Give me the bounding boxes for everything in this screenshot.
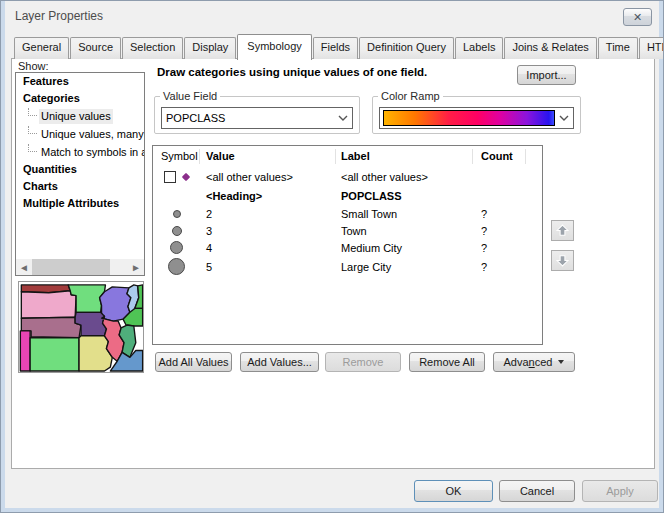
tree-item-match-to-symbols[interactable]: Match to symbols in a <box>16 143 144 161</box>
tree-item-multiple-attributes[interactable]: Multiple Attributes <box>16 195 144 212</box>
layer-properties-dialog: Layer Properties ✕ General Source Select… <box>0 0 664 513</box>
all-other-values-checkbox[interactable] <box>164 171 176 183</box>
point-symbol-icon[interactable] <box>170 241 183 254</box>
arrow-down-icon <box>555 253 570 268</box>
tab-definition-query[interactable]: Definition Query <box>359 37 454 59</box>
tab-selection[interactable]: Selection <box>122 37 183 59</box>
table-row[interactable]: 4 Medium City ? <box>153 239 542 256</box>
diamond-symbol-icon[interactable] <box>182 173 190 181</box>
table-row[interactable]: 3 Town ? <box>153 222 542 239</box>
tab-fields[interactable]: Fields <box>313 37 358 59</box>
tree-branch-icon <box>28 144 37 152</box>
advanced-button[interactable]: Advanced <box>493 352 575 372</box>
tab-general[interactable]: General <box>14 37 69 59</box>
tab-display[interactable]: Display <box>184 37 236 59</box>
move-up-button[interactable] <box>551 220 574 241</box>
color-ramp-preview <box>383 110 555 126</box>
import-button[interactable]: Import... <box>517 65 576 85</box>
point-symbol-icon[interactable] <box>168 258 185 275</box>
tree-branch-icon <box>28 126 37 134</box>
tab-source[interactable]: Source <box>70 37 121 59</box>
add-values-button[interactable]: Add Values... <box>240 352 319 372</box>
close-button[interactable]: ✕ <box>623 8 652 26</box>
advanced-label: Advanced <box>504 356 553 368</box>
arrow-up-icon <box>555 223 570 238</box>
tree-horizontal-scrollbar[interactable]: ◄ ► <box>16 259 144 275</box>
chevron-down-icon[interactable] <box>555 115 573 121</box>
color-ramp-legend: Color Ramp <box>378 90 443 102</box>
add-all-values-button[interactable]: Add All Values <box>155 352 232 372</box>
tree-item-categories[interactable]: Categories <box>16 90 144 107</box>
apply-button[interactable]: Apply <box>582 480 658 502</box>
color-ramp-dropdown[interactable] <box>379 107 574 129</box>
window-title: Layer Properties <box>15 9 103 23</box>
tree-item-unique-values[interactable]: Unique values <box>16 107 144 125</box>
tab-symbology[interactable]: Symbology <box>237 34 311 60</box>
map-thumbnail <box>19 282 143 372</box>
move-down-button[interactable] <box>551 250 574 271</box>
column-header-value[interactable]: Value <box>200 149 336 164</box>
value-field-selected: POPCLASS <box>162 112 334 124</box>
show-label: Show: <box>18 60 49 72</box>
ok-button[interactable]: OK <box>414 480 493 502</box>
tab-labels[interactable]: Labels <box>455 37 503 59</box>
tree-item-quantities[interactable]: Quantities <box>16 161 144 178</box>
value-field-legend: Value Field <box>160 90 220 102</box>
tab-time[interactable]: Time <box>598 37 638 59</box>
values-table: Symbol Value Label Count <all other valu… <box>152 145 543 345</box>
tree-item-features[interactable]: Features <box>16 73 144 90</box>
symbology-preview-map <box>18 281 144 373</box>
value-field-dropdown[interactable]: POPCLASS <box>161 107 353 129</box>
value-field-group: Value Field POPCLASS <box>154 90 360 134</box>
scrollbar-thumb[interactable] <box>32 259 110 275</box>
table-header[interactable]: Symbol Value Label Count <box>153 146 542 167</box>
column-header-count[interactable]: Count <box>473 149 526 164</box>
scroll-right-icon[interactable]: ► <box>128 259 144 275</box>
chevron-down-icon[interactable] <box>334 115 352 121</box>
point-symbol-icon[interactable] <box>173 210 181 218</box>
tree-branch-icon <box>28 108 37 116</box>
tree-item-charts[interactable]: Charts <box>16 178 144 195</box>
column-header-label[interactable]: Label <box>336 149 473 164</box>
symbology-tab-page: Show: Features Categories Unique values … <box>11 58 655 469</box>
close-icon: ✕ <box>633 11 642 24</box>
table-row[interactable]: 5 Large City ? <box>153 256 542 277</box>
tab-joins-relates[interactable]: Joins & Relates <box>504 37 596 59</box>
point-symbol-icon[interactable] <box>172 226 182 236</box>
title-bar[interactable]: Layer Properties ✕ <box>6 1 658 31</box>
tree-item-unique-values-many[interactable]: Unique values, many <box>16 125 144 143</box>
remove-button[interactable]: Remove <box>325 352 401 372</box>
method-description: Draw categories using unique values of o… <box>157 66 427 78</box>
cancel-button[interactable]: Cancel <box>499 480 575 502</box>
remove-all-button[interactable]: Remove All <box>409 352 485 372</box>
tab-strip: General Source Selection Display Symbolo… <box>14 34 651 59</box>
tab-html-popup[interactable]: HTML Popup <box>639 37 664 59</box>
show-tree: Features Categories Unique values Unique… <box>15 72 145 276</box>
table-row-heading[interactable]: <Heading> POPCLASS <box>153 187 542 205</box>
table-row[interactable]: <all other values> <all other values> <box>153 167 542 187</box>
column-header-symbol[interactable]: Symbol <box>153 149 200 164</box>
dropdown-caret-icon <box>558 360 564 364</box>
color-ramp-group: Color Ramp <box>372 90 581 134</box>
table-row[interactable]: 2 Small Town ? <box>153 205 542 222</box>
scroll-left-icon[interactable]: ◄ <box>16 259 32 275</box>
